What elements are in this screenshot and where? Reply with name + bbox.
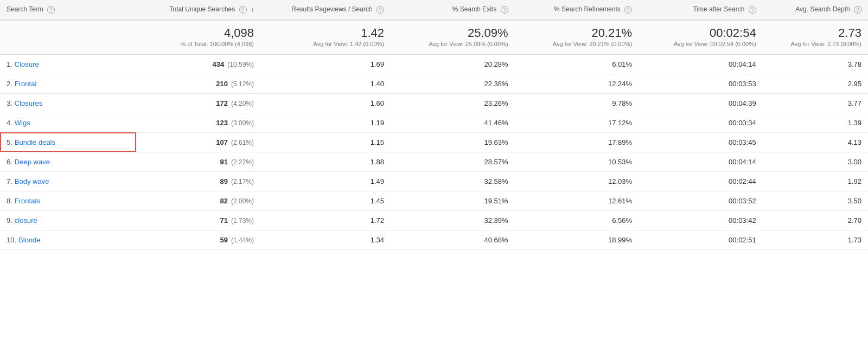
time-cell: 00:00:34 (639, 113, 763, 132)
exits-cell: 28.57% (391, 152, 515, 171)
refinements-cell: 17.12% (515, 113, 639, 132)
unique-count: 91 (220, 158, 227, 166)
help-icon[interactable]: ? (376, 6, 384, 14)
time-cell: 00:02:44 (639, 171, 763, 191)
summary-pageviews: 1.42Avg for View: 1.42 (0.00%) (260, 20, 391, 54)
search-term-link[interactable]: Deep wave (15, 158, 50, 166)
pageviews-cell: 1.88 (260, 152, 391, 171)
pageviews-cell: 1.69 (260, 54, 391, 74)
row-number: 5. (7, 138, 12, 146)
summary-exits: 25.09%Avg for View: 25.09% (0.00%) (391, 20, 515, 54)
unique-count: 82 (220, 197, 227, 205)
time-cell: 00:04:39 (639, 93, 763, 113)
refinements-cell: 12.03% (515, 171, 639, 191)
unique-count: 172 (216, 99, 228, 107)
exits-cell: 41.46% (391, 113, 515, 132)
col-exits: % Search Exits ? (391, 0, 515, 20)
pageviews-cell: 1.40 (260, 74, 391, 93)
help-icon[interactable]: ? (624, 6, 632, 14)
time-cell: 00:04:14 (639, 152, 763, 171)
exits-cell: 32.58% (391, 171, 515, 191)
unique-searches-cell: 172(4.20%) (136, 93, 260, 113)
refinements-cell: 6.01% (515, 54, 639, 74)
col-depth: Avg. Search Depth ? (763, 0, 868, 20)
col-time: Time after Search ? (639, 0, 763, 20)
summary-depth: 2.73Avg for View: 2.73 (0.00%) (763, 20, 868, 54)
pageviews-cell: 1.19 (260, 113, 391, 132)
refinements-cell: 18.99% (515, 230, 639, 249)
col-pageviews: Results Pageviews / Search ? (260, 0, 391, 20)
row-number: 1. (7, 60, 12, 68)
help-icon[interactable]: ? (854, 6, 861, 14)
summary-refinements: 20.21%Avg for View: 20.21% (0.00%) (515, 20, 639, 54)
time-cell: 00:03:45 (639, 132, 763, 152)
search-term-link[interactable]: Frontal (15, 80, 36, 88)
term-cell: 3.Closures (0, 93, 136, 113)
pageviews-cell: 1.49 (260, 171, 391, 191)
refinements-cell: 12.61% (515, 191, 639, 210)
unique-searches-cell: 107(2.61%) (136, 132, 260, 152)
term-cell: 6.Deep wave (0, 152, 136, 171)
help-icon[interactable]: ? (47, 6, 55, 14)
exits-cell: 20.28% (391, 54, 515, 74)
term-cell: 1.Closure (0, 54, 136, 74)
search-term-link[interactable]: Closures (15, 99, 42, 107)
unique-pct: (5.12%) (231, 80, 254, 88)
help-icon[interactable]: ? (239, 6, 247, 14)
col-refinements-label: % Search Refinements (554, 5, 621, 13)
term-cell: 9.closure (0, 210, 136, 230)
col-time-label: Time after Search (693, 5, 744, 13)
table-row: 2.Frontal210(5.12%)1.4022.38%12.24%00:03… (0, 74, 868, 93)
search-term-link[interactable]: Body wave (15, 177, 49, 185)
unique-pct: (2.17%) (231, 178, 254, 185)
unique-pct: (2.22%) (231, 158, 254, 166)
term-cell: 7.Body wave (0, 171, 136, 191)
table-row: 8.Frontals82(2.00%)1.4519.51%12.61%00:03… (0, 191, 868, 210)
row-number: 2. (7, 80, 12, 88)
depth-cell: 1.92 (763, 171, 868, 191)
row-number: 4. (7, 119, 12, 127)
table-row: 9.closure71(1.73%)1.7232.39%6.56%00:03:4… (0, 210, 868, 230)
search-terms-table: Search Term ? Total Unique Searches ? ↓ … (0, 0, 868, 250)
help-icon[interactable]: ? (501, 6, 508, 14)
term-cell: 10.Blonde (0, 230, 136, 249)
refinements-cell: 12.24% (515, 74, 639, 93)
table-row: 1.Closure434(10.59%)1.6920.28%6.01%00:04… (0, 54, 868, 74)
unique-pct: (1.44%) (231, 236, 254, 244)
table-row: 5.Bundle deals107(2.61%)1.1519.63%17.89%… (0, 132, 868, 152)
pageviews-cell: 1.72 (260, 210, 391, 230)
time-cell: 00:03:52 (639, 191, 763, 210)
table-row: 4.Wigs123(3.00%)1.1941.46%17.12%00:00:34… (0, 113, 868, 132)
unique-count: 89 (220, 177, 227, 185)
time-cell: 00:02:51 (639, 230, 763, 249)
depth-cell: 3.78 (763, 54, 868, 74)
unique-count: 71 (220, 216, 227, 225)
refinements-cell: 10.53% (515, 152, 639, 171)
unique-pct: (10.59%) (227, 61, 254, 68)
search-term-link[interactable]: Closure (15, 60, 39, 68)
search-term-link[interactable]: closure (15, 216, 37, 225)
row-number: 6. (7, 158, 12, 166)
search-term-link[interactable]: Frontals (15, 197, 40, 205)
col-total-unique: Total Unique Searches ? ↓ (136, 0, 260, 20)
unique-pct: (2.00%) (231, 197, 254, 205)
search-term-link[interactable]: Wigs (15, 119, 30, 127)
unique-pct: (2.61%) (231, 139, 254, 146)
unique-searches-cell: 123(3.00%) (136, 113, 260, 132)
col-exits-label: % Search Exits (452, 5, 496, 13)
col-depth-label: Avg. Search Depth (795, 5, 850, 13)
exits-cell: 32.39% (391, 210, 515, 230)
row-number: 9. (7, 216, 12, 225)
depth-cell: 1.39 (763, 113, 868, 132)
summary-row: 4,098% of Total: 100.00% (4,098)1.42Avg … (0, 20, 868, 54)
unique-searches-cell: 91(2.22%) (136, 152, 260, 171)
exits-cell: 22.38% (391, 74, 515, 93)
refinements-cell: 17.89% (515, 132, 639, 152)
pageviews-cell: 1.45 (260, 191, 391, 210)
unique-searches-cell: 434(10.59%) (136, 54, 260, 74)
table-row: 7.Body wave89(2.17%)1.4932.58%12.03%00:0… (0, 171, 868, 191)
depth-cell: 3.00 (763, 152, 868, 171)
search-term-link[interactable]: Blonde (18, 236, 40, 244)
help-icon[interactable]: ? (749, 6, 756, 14)
search-term-link[interactable]: Bundle deals (15, 138, 55, 146)
